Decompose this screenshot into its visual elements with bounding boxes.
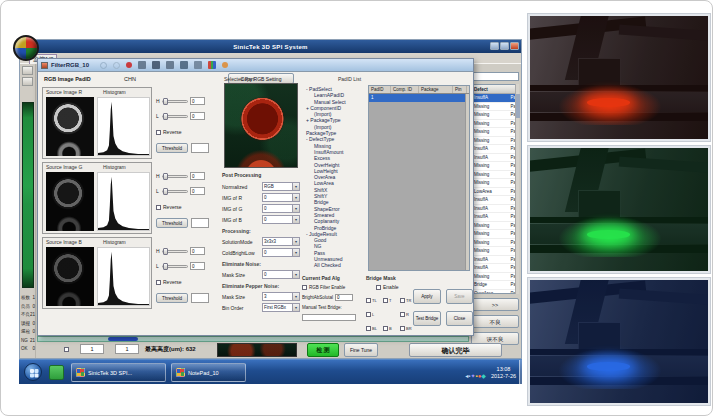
board-map[interactable] [22,102,34,288]
pp-dropdown[interactable]: RGB▾ [262,182,300,191]
close-button[interactable] [510,42,519,50]
scrollbar-thumb[interactable] [108,337,138,341]
defect-row[interactable]: InsuffAPa [472,264,518,273]
image-icon[interactable] [152,61,160,69]
defect-row[interactable]: MissingPa [472,230,518,239]
bridge-cell-checkbox[interactable] [366,298,371,303]
defect-row[interactable]: MissingPa [472,273,518,282]
defect-row[interactable]: InsuffAPa [472,145,518,154]
taskbar-clock[interactable]: 13:082012-7-26 [489,366,518,379]
defect-row[interactable]: MissingPa [472,120,518,129]
more-button[interactable]: >> [471,298,519,311]
start-button[interactable] [24,363,42,381]
taskbar-button[interactable]: NotePad_10 [171,363,246,382]
manual-test-bridge-field[interactable] [302,314,356,321]
threshold-button-b[interactable]: Threshold [156,293,188,303]
detect-button[interactable]: 检 测 [307,343,339,357]
bridge-cell-checkbox[interactable] [366,312,371,317]
defect-row[interactable]: MissingPa [472,179,518,188]
h-value-b[interactable]: 0 [190,247,205,255]
padid-column-header[interactable]: PadID [369,86,391,93]
h-value-g[interactable]: 0 [190,172,205,180]
defect-row[interactable]: MissingPa [472,111,518,120]
refresh-icon[interactable] [113,62,120,69]
reverse-checkbox-g[interactable] [156,205,161,210]
bridge-cell-checkbox[interactable] [366,326,371,331]
defect-row[interactable]: MissingPa [472,239,518,248]
threshold-field-r[interactable] [191,143,209,153]
apply-button[interactable]: Apply [413,289,441,304]
taskbar-button[interactable]: SinicTek 3D SPI... [71,363,166,382]
bridge-mask-cell-T[interactable]: T [383,293,400,307]
test-bridge-button[interactable]: Test Bridge [413,311,441,326]
defect-table-scrollbar[interactable] [515,84,519,294]
pp-dropdown[interactable]: 3x3x3▾ [262,237,300,246]
defect-row[interactable]: MissingPa [472,128,518,137]
minimize-button[interactable] [490,42,499,50]
pp-dropdown[interactable]: 0▾ [262,248,300,257]
bridge-mask-enable-checkbox[interactable] [376,285,381,290]
threshold-field-b[interactable] [191,293,209,303]
bridge-mask-cell-TL[interactable]: TL [366,293,383,307]
defect-column-header[interactable]: Defect [472,85,518,94]
reverse-checkbox-r[interactable] [156,130,161,135]
bridge-mask-cell-BL[interactable]: BL [366,321,383,335]
defect-row[interactable]: InsuffAPa [472,94,518,103]
padid-list-scrollbar[interactable] [465,94,469,270]
bridge-cell-checkbox[interactable] [383,326,388,331]
defect-row[interactable]: InsuffAPa [472,205,518,214]
tree-item[interactable]: All Checked [304,262,366,268]
h-slider-r[interactable] [162,100,188,103]
l-slider-g[interactable] [162,190,188,193]
padid-column-header[interactable]: Package [419,86,453,93]
defect-row[interactable]: OverAreaPa [472,290,518,295]
h-slider-b[interactable] [162,250,188,253]
defect-row[interactable]: MissingPa [472,162,518,171]
confirm-done-button[interactable]: 确认完毕 [409,343,502,357]
defect-filter-field[interactable] [471,72,519,81]
defect-row[interactable]: MissingPa [472,247,518,256]
save-button[interactable]: Save [446,289,473,304]
pp-dropdown[interactable]: 0▾ [262,204,300,213]
pp-dropdown[interactable]: 0▾ [262,215,300,224]
padid-column-header[interactable]: Comp. ID [391,86,419,93]
show-desktop-button[interactable] [519,360,522,385]
l-slider-r[interactable] [162,115,188,118]
left-tool-button-1[interactable] [22,66,33,75]
left-tool-button-2[interactable] [22,77,33,86]
fine-tune-button[interactable]: Fine Tune [344,343,378,357]
bridge-cell-checkbox[interactable] [383,298,388,303]
defect-row[interactable]: MissingPa [472,137,518,146]
padid-list[interactable]: PadIDComp. IDPackagePin 1 [368,85,470,271]
palette-icon[interactable] [208,61,216,69]
horizontal-scrollbar[interactable] [37,336,469,342]
ng-button[interactable]: 不良 [471,315,519,328]
bridge-cell-checkbox[interactable] [400,298,405,303]
chart-icon[interactable] [180,61,188,69]
pp-dropdown[interactable]: 3▾ [262,292,300,301]
defect-row[interactable]: InsuffAPa [472,196,518,205]
close-dialog-button[interactable]: Close [446,311,473,326]
pp-dropdown[interactable]: First RGBx▾ [262,303,300,312]
defect-table[interactable]: Defect InsuffAPaMissingPaMissingPaMissin… [471,84,519,294]
layers-icon[interactable] [166,61,174,69]
rgb-filter-enable-checkbox[interactable] [302,285,307,290]
h-value-r[interactable]: 0 [190,97,205,105]
defect-row[interactable]: InsuffAPa [472,154,518,163]
threshold-button-r[interactable]: Threshold [156,143,188,153]
record-icon[interactable] [126,62,132,68]
reverse-checkbox-b[interactable] [156,280,161,285]
defect-row[interactable]: LowAreaPa [472,188,518,197]
l-value-b[interactable]: 0 [190,262,205,270]
bridge-mask-cell-B[interactable]: B [383,321,400,335]
alert-icon[interactable] [222,62,228,68]
bright-absolutal-field[interactable]: 0 [335,294,353,301]
threshold-button-g[interactable]: Threshold [156,218,188,228]
padid-list-selected-row[interactable]: 1 [369,94,469,102]
tray-icon[interactable]: ◆ [481,373,486,379]
grid-icon[interactable] [138,61,146,69]
tools-icon[interactable] [194,61,202,69]
open-icon[interactable] [100,62,107,69]
l-value-g[interactable]: 0 [190,187,205,195]
defect-row[interactable]: MissingPa [472,103,518,112]
